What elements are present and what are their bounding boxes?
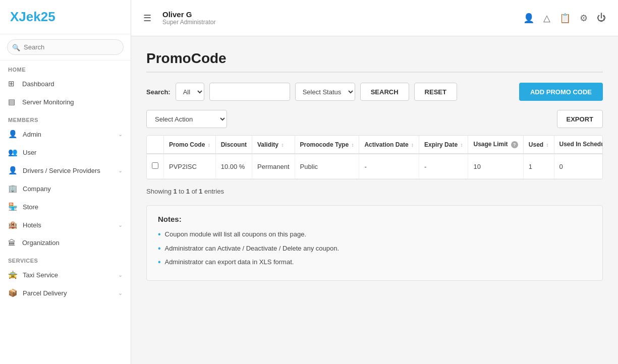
sidebar-item-company[interactable]: 🏢 Company xyxy=(0,179,131,198)
header-user-role: Super Administrator xyxy=(162,19,516,26)
search-icon: 🔍 xyxy=(12,43,20,51)
sort-icon: ↕ xyxy=(460,142,463,148)
th-promo-code: Promo Code ↕ xyxy=(164,136,216,154)
sidebar-item-label: Server Monitoring xyxy=(22,98,123,106)
table-header-row: Promo Code ↕ Discount Validity ↕ Promoco… xyxy=(147,136,603,154)
sort-icon: ↕ xyxy=(351,142,354,148)
search-label: Search: xyxy=(146,88,171,96)
export-button[interactable]: EXPORT xyxy=(557,110,603,128)
power-icon[interactable]: ⏻ xyxy=(597,13,606,23)
chevron-down-icon: ⌄ xyxy=(118,131,123,138)
th-validity: Validity ↕ xyxy=(252,136,295,154)
header-user-name: Oliver G xyxy=(162,10,516,19)
header: ☰ Oliver G Super Administrator 👤 △ 📋 ⚙ ⏻ xyxy=(131,0,618,36)
alert-icon[interactable]: △ xyxy=(543,13,550,24)
search-type-select[interactable]: All xyxy=(176,83,204,101)
sidebar-item-organization[interactable]: 🏛 Organization xyxy=(0,234,131,252)
sidebar-item-store[interactable]: 🏪 Store xyxy=(0,198,131,216)
th-checkbox xyxy=(147,136,164,154)
search-bar: Search: All Select Status SEARCH RESET A… xyxy=(146,83,603,101)
sort-icon: ↕ xyxy=(546,142,549,148)
menu-icon[interactable]: ☰ xyxy=(143,13,151,24)
td-promo-code: PVP2ISC xyxy=(164,154,216,179)
note-text: Coupon module will list all coupons on t… xyxy=(165,229,306,239)
th-expiry-date: Expiry Date ↕ xyxy=(419,136,468,154)
search-text-input[interactable] xyxy=(209,83,290,101)
sidebar-item-taxi[interactable]: 🚖 Taxi Service ⌄ xyxy=(0,266,131,284)
search-input[interactable] xyxy=(7,39,124,55)
page-title: PromoCode xyxy=(146,50,603,67)
taxi-icon: 🚖 xyxy=(8,270,18,279)
sidebar-item-server-monitoring[interactable]: ▤ Server Monitoring xyxy=(0,93,131,111)
section-services: SERVICES xyxy=(0,252,131,266)
notes-box: Notes: Coupon module will list all coupo… xyxy=(146,205,603,281)
notes-list: Coupon module will list all coupons on t… xyxy=(158,229,591,267)
store-icon: 🏪 xyxy=(8,202,18,211)
section-members: MEMBERS xyxy=(0,111,131,125)
logo-text-blue: 25 xyxy=(41,9,55,24)
sort-icon: ↕ xyxy=(208,142,210,148)
main-content: ☰ Oliver G Super Administrator 👤 △ 📋 ⚙ ⏻… xyxy=(131,0,618,364)
td-promo-type: Public xyxy=(295,154,359,179)
divider xyxy=(146,72,603,73)
org-icon: 🏛 xyxy=(8,238,17,247)
notes-title: Notes: xyxy=(158,215,591,223)
th-used-schedule: Used In Schedule Booking ? xyxy=(554,136,603,154)
dashboard-icon: ⊞ xyxy=(8,79,17,88)
sidebar-item-label: Admin xyxy=(23,131,113,138)
pagination-total: 1 xyxy=(199,188,202,195)
td-discount: 10.00 % xyxy=(215,154,252,179)
chevron-down-icon: ⌄ xyxy=(118,167,123,174)
chevron-down-icon: ⌄ xyxy=(118,222,123,228)
td-used: 1 xyxy=(523,154,554,179)
user-profile-icon[interactable]: 👤 xyxy=(523,13,534,24)
sidebar-item-dashboard[interactable]: ⊞ Dashboard xyxy=(0,75,131,93)
hotels-icon: 🏨 xyxy=(8,220,18,229)
logo-text-black: XJek xyxy=(10,9,41,24)
sidebar-item-label: Company xyxy=(23,185,123,193)
header-user-info: Oliver G Super Administrator xyxy=(162,10,516,26)
reset-button[interactable]: RESET xyxy=(414,83,457,101)
page-content: PromoCode Search: All Select Status SEAR… xyxy=(131,36,618,364)
td-usage-limit: 10 xyxy=(468,154,523,179)
sidebar-item-label: Parcel Delivery xyxy=(23,289,113,297)
company-icon: 🏢 xyxy=(8,184,18,193)
td-used-schedule: 0 xyxy=(554,154,603,179)
sidebar-item-drivers[interactable]: 👤 Drivers / Service Providers ⌄ xyxy=(0,161,131,179)
action-select[interactable]: Select Action xyxy=(146,110,227,128)
server-monitor-icon: ▤ xyxy=(8,97,17,106)
action-row: Select Action EXPORT xyxy=(146,110,603,128)
driver-icon: 👤 xyxy=(8,166,18,175)
chevron-down-icon: ⌄ xyxy=(118,272,123,278)
th-used: Used ↕ xyxy=(523,136,554,154)
pagination-from: 1 xyxy=(173,188,177,195)
sidebar-item-hotels[interactable]: 🏨 Hotels ⌄ xyxy=(0,216,131,234)
note-item: Coupon module will list all coupons on t… xyxy=(158,229,591,239)
pagination-info: Showing 1 to 1 of 1 entries xyxy=(146,188,603,195)
note-item: Administrator can Activate / Deactivate … xyxy=(158,244,591,254)
sidebar: XJek25 🔍 HOME ⊞ Dashboard ▤ Server Monit… xyxy=(0,0,131,364)
note-text: Administrator can Activate / Deactivate … xyxy=(165,244,339,254)
pagination-to: 1 xyxy=(186,188,190,195)
promo-table-wrap: Promo Code ↕ Discount Validity ↕ Promoco… xyxy=(146,135,603,179)
note-text: Administrator can export data in XLS for… xyxy=(165,257,294,267)
search-button[interactable]: SEARCH xyxy=(360,83,409,101)
row-checkbox[interactable] xyxy=(152,162,158,169)
th-promo-type: Promocode Type ↕ xyxy=(295,136,359,154)
td-expiry-date: - xyxy=(419,154,468,179)
th-usage-limit: Usage Limit ? xyxy=(468,136,523,154)
add-promo-button[interactable]: ADD PROMO CODE xyxy=(519,83,603,101)
sort-icon: ↕ xyxy=(411,142,414,148)
sidebar-item-label: Hotels xyxy=(23,221,113,229)
sidebar-item-admin[interactable]: 👤 Admin ⌄ xyxy=(0,125,131,143)
sort-icon: ↕ xyxy=(281,142,284,148)
sidebar-item-parcel[interactable]: 📦 Parcel Delivery ⌄ xyxy=(0,284,131,302)
sidebar-item-label: Organization xyxy=(22,239,123,247)
clipboard-icon[interactable]: 📋 xyxy=(559,13,571,24)
sidebar-item-label: Store xyxy=(23,203,123,211)
sidebar-item-user[interactable]: 👥 User xyxy=(0,143,131,161)
settings-icon[interactable]: ⚙ xyxy=(580,13,588,24)
status-select[interactable]: Select Status xyxy=(295,83,355,101)
sidebar-item-label: Dashboard xyxy=(22,80,123,88)
td-activation-date: - xyxy=(359,154,419,179)
